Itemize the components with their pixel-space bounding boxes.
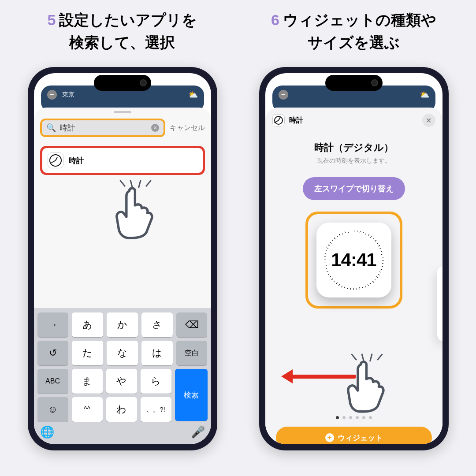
key-wa[interactable]: わ (106, 397, 137, 422)
dynamic-island (325, 75, 383, 91)
key-undo[interactable]: ↺ (37, 341, 69, 365)
search-value: 時計 (60, 123, 148, 133)
search-sheet: 🔍 時計 ✕ キャンセル 時計 (34, 108, 211, 444)
phone-left: − 東京 ⛅ 🔍 時計 ✕ キャンセル (28, 67, 217, 450)
key-ra[interactable]: ら (141, 369, 171, 394)
key-a[interactable]: あ (72, 312, 103, 337)
key-next[interactable]: → (37, 312, 69, 337)
key-abc[interactable]: ABC (37, 369, 68, 394)
picker-app-name: 時計 (289, 116, 303, 125)
key-ka[interactable]: か (107, 312, 138, 337)
key-na[interactable]: な (107, 341, 138, 365)
globe-icon[interactable]: 🌐 (40, 425, 54, 439)
weather-icon: ⛅ (188, 90, 198, 100)
dynamic-island (94, 75, 151, 91)
phone-right: − ⛅ 時計 ✕ 時計（デジタル） 現在の時刻を表示します。 左スワイプで切り替… (259, 67, 449, 450)
clock-app-icon (48, 152, 63, 168)
page-dots (265, 416, 443, 419)
swipe-hand-icon (340, 356, 389, 413)
step5-title-l1: 設定したいアプリを (59, 11, 197, 28)
search-input[interactable]: 🔍 時計 ✕ (40, 119, 165, 137)
key-emoji[interactable]: ☺ (37, 397, 68, 422)
step5-title-l2: 検索して、選択 (69, 34, 175, 51)
key-sa[interactable]: さ (141, 312, 173, 337)
add-widget-button[interactable]: + ウィジェット (276, 427, 432, 444)
widget-preview[interactable]: 14:41 (316, 223, 391, 298)
weather-city: 東京 (62, 91, 74, 99)
swipe-hint-pill: 左スワイプで切り替え (303, 177, 405, 200)
key-ha[interactable]: は (141, 341, 173, 365)
widget-subtitle: 現在の時刻を表示します。 (265, 157, 443, 165)
keyboard[interactable]: → あ か さ ⌫ ↺ た な は 空白 (34, 308, 211, 444)
plus-icon: + (325, 433, 334, 442)
key-ma[interactable]: ま (72, 369, 103, 394)
result-label: 時計 (69, 156, 84, 166)
step6-title-l2: サイズを選ぶ (308, 34, 400, 51)
search-result-clock[interactable]: 時計 (40, 146, 205, 175)
next-widget-peek[interactable] (437, 266, 443, 341)
clock-app-icon (272, 114, 285, 126)
remove-widget-icon[interactable]: − (47, 90, 57, 100)
search-icon: 🔍 (46, 123, 56, 133)
remove-widget-icon[interactable]: − (279, 90, 288, 100)
key-ya[interactable]: や (106, 369, 137, 394)
add-widget-label: ウィジェット (338, 433, 383, 443)
key-backspace[interactable]: ⌫ (176, 312, 208, 337)
step6-heading: 6ウィジェットの種類や サイズを選ぶ (271, 9, 436, 54)
close-icon[interactable]: ✕ (422, 114, 435, 127)
tap-hand-icon (109, 182, 157, 240)
key-kaomoji[interactable]: ^^ (72, 397, 103, 422)
key-punct[interactable]: 、。?! (141, 397, 171, 422)
step6-title-l1: ウィジェットの種類や (283, 11, 436, 28)
cancel-button[interactable]: キャンセル (170, 123, 205, 133)
step6-number: 6 (271, 11, 279, 28)
step5-number: 5 (48, 11, 56, 28)
clear-search-icon[interactable]: ✕ (151, 124, 159, 132)
widget-preview-highlight: 14:41 (305, 212, 402, 309)
key-space[interactable]: 空白 (176, 341, 208, 365)
key-search[interactable]: 検索 (175, 369, 208, 421)
digital-time: 14:41 (331, 249, 376, 271)
weather-icon: ⛅ (420, 90, 429, 100)
mic-icon[interactable]: 🎤 (191, 425, 205, 439)
widget-picker-sheet: 時計 ✕ 時計（デジタル） 現在の時刻を表示します。 左スワイプで切り替え 14… (265, 108, 443, 444)
key-ta[interactable]: た (72, 341, 103, 365)
widget-title: 時計（デジタル） (265, 141, 443, 154)
step5-heading: 5設定したいアプリを 検索して、選択 (48, 9, 197, 54)
